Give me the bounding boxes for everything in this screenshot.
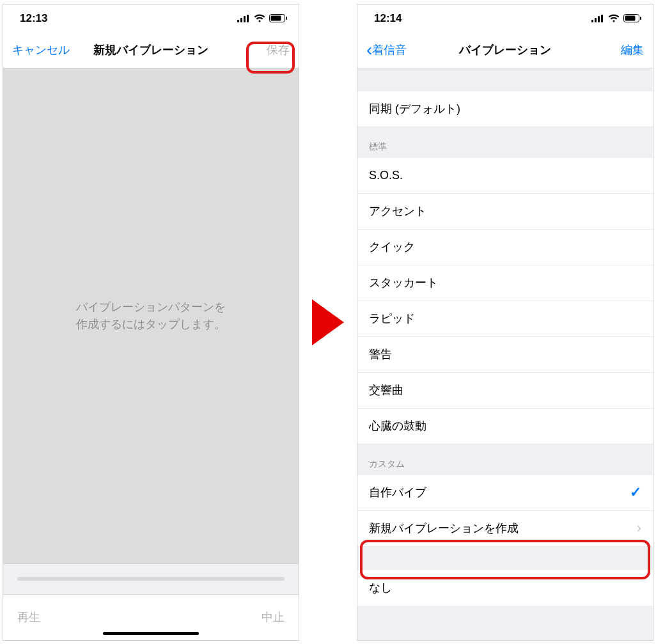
svg-rect-2: [244, 16, 246, 22]
battery-icon: [269, 14, 287, 22]
page-title: 新規バイブレーション: [93, 42, 208, 58]
vibration-tap-area[interactable]: バイブレーションパターンを 作成するにはタップします。: [3, 68, 299, 563]
progress-track: [17, 577, 285, 581]
svg-rect-3: [247, 15, 249, 22]
row-label: アクセント: [369, 203, 426, 219]
row-heartbeat[interactable]: 心臓の鼓動: [357, 409, 653, 444]
save-button[interactable]: 保存: [267, 42, 290, 58]
row-symphony[interactable]: 交響曲: [357, 373, 653, 409]
row-accent[interactable]: アクセント: [357, 194, 653, 230]
right-screen: 12:14 ‹ 着信音 バイブレーション 編集 同期 (デフォルト) 標準 S.…: [357, 4, 653, 641]
row-label: 同期 (デフォルト): [369, 101, 460, 116]
svg-rect-13: [640, 17, 641, 20]
arrow-icon: [306, 299, 350, 345]
battery-icon: [623, 14, 641, 22]
row-staccato[interactable]: スタッカート: [357, 265, 653, 301]
row-label: 警告: [369, 347, 392, 362]
row-label: なし: [369, 580, 392, 595]
row-default-sync[interactable]: 同期 (デフォルト): [357, 91, 653, 127]
row-label: S.O.S.: [369, 169, 403, 182]
edit-button[interactable]: 編集: [621, 42, 644, 58]
status-bar: 12:13: [3, 4, 299, 33]
status-icons: [591, 14, 641, 22]
svg-rect-12: [625, 16, 636, 21]
row-label: 新規バイブレーションを作成: [369, 521, 519, 536]
row-alert[interactable]: 警告: [357, 337, 653, 373]
row-rapid[interactable]: ラピッド: [357, 301, 653, 337]
svg-rect-10: [601, 15, 603, 22]
svg-rect-1: [240, 18, 242, 22]
svg-rect-7: [591, 20, 593, 22]
row-label: クイック: [369, 239, 415, 255]
chevron-right-icon: ›: [637, 520, 641, 537]
nav-bar: キャンセル 新規バイブレーション 保存: [3, 33, 299, 68]
svg-rect-5: [271, 16, 281, 21]
nav-bar: ‹ 着信音 バイブレーション 編集: [357, 33, 653, 68]
progress-bar: [3, 563, 299, 594]
row-label: スタッカート: [369, 275, 438, 290]
svg-rect-8: [595, 18, 597, 22]
row-label: 交響曲: [369, 382, 403, 398]
tap-hint: バイブレーションパターンを 作成するにはタップします。: [76, 299, 226, 333]
page-title: バイブレーション: [459, 42, 551, 58]
wifi-icon: [254, 14, 265, 22]
section-header-standard: 標準: [357, 127, 653, 158]
play-button[interactable]: 再生: [17, 609, 40, 625]
home-indicator[interactable]: [103, 632, 199, 635]
svg-rect-6: [286, 17, 287, 20]
svg-rect-9: [598, 16, 600, 22]
section-header-custom: カスタム: [357, 444, 653, 475]
checkmark-icon: ✓: [630, 484, 641, 501]
cancel-button[interactable]: キャンセル: [12, 42, 70, 58]
row-sos[interactable]: S.O.S.: [357, 158, 653, 194]
status-bar: 12:14: [357, 4, 653, 33]
wifi-icon: [608, 14, 620, 22]
back-button[interactable]: ‹ 着信音: [366, 41, 407, 59]
row-quick[interactable]: クイック: [357, 230, 653, 265]
row-create-new[interactable]: 新規バイブレーションを作成 ›: [357, 511, 653, 547]
vibration-list[interactable]: 同期 (デフォルト) 標準 S.O.S. アクセント クイック スタッカート ラ…: [357, 68, 653, 640]
status-icons: [237, 14, 287, 22]
back-label: 着信音: [372, 42, 407, 58]
left-screen: 12:13 キャンセル 新規バイブレーション 保存 バイブレーションパターンを …: [3, 4, 299, 641]
row-label: 自作バイブ: [369, 485, 426, 500]
svg-rect-0: [237, 20, 239, 22]
row-custom-vibe[interactable]: 自作バイブ ✓: [357, 475, 653, 511]
status-time: 12:13: [20, 12, 47, 25]
row-none[interactable]: なし: [357, 570, 653, 606]
row-label: 心臓の鼓動: [369, 418, 426, 434]
row-label: ラピッド: [369, 311, 415, 326]
signal-icon: [591, 15, 604, 22]
signal-icon: [237, 15, 250, 22]
status-time: 12:14: [374, 12, 402, 25]
stop-button[interactable]: 中止: [262, 609, 285, 625]
chevron-left-icon: ‹: [366, 41, 372, 59]
